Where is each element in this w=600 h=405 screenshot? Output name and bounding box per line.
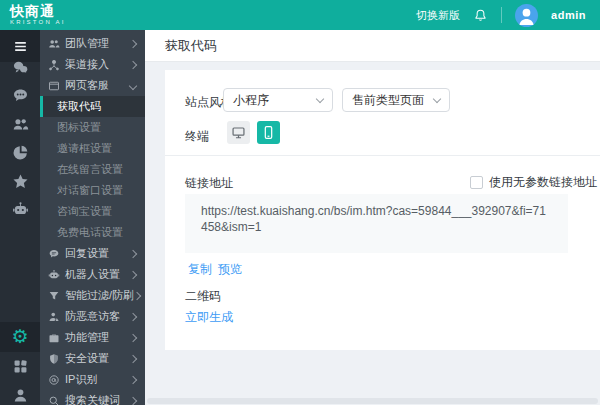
apps-icon — [12, 358, 29, 375]
terminal-mobile-button[interactable] — [257, 121, 280, 144]
monitor-icon — [231, 125, 246, 140]
sidebar-item-label: 网页客服 — [65, 78, 109, 93]
keyword-icon — [47, 394, 60, 405]
chat-icon — [12, 87, 29, 104]
iconbar-profile[interactable] — [0, 381, 40, 405]
sidebar-subitem[interactable]: 获取代码 — [40, 96, 145, 117]
sidebar-subitem-label: 图标设置 — [57, 120, 101, 135]
chevron-right-icon — [133, 291, 141, 299]
sidebar-item-label: 安全设置 — [65, 351, 109, 366]
generate-qrcode-link[interactable]: 立即生成 — [185, 309, 233, 326]
checkbox-box-icon[interactable] — [470, 176, 483, 189]
terminal-pc-button[interactable] — [227, 121, 250, 144]
sidebar-item[interactable]: 团队管理 — [40, 33, 145, 54]
iconbar-apps[interactable] — [0, 352, 40, 380]
sidebar-subitem-label: 邀请框设置 — [57, 141, 112, 156]
sidebar-menu: 团队管理渠道接入网页客服获取代码图标设置邀请框设置在线留言设置对话窗口设置咨询宝… — [40, 30, 145, 405]
filter-icon — [47, 289, 60, 302]
iconbar-contacts[interactable] — [0, 110, 40, 138]
sidebar-subitem[interactable]: 咨询宝设置 — [40, 201, 145, 222]
sidebar-item-label: 团队管理 — [65, 36, 109, 51]
chevron-down-icon — [433, 95, 441, 103]
chevron-right-icon — [129, 375, 137, 383]
sidebar-subitem[interactable]: 图标设置 — [40, 117, 145, 138]
sidebar-subitem-label: 获取代码 — [57, 99, 101, 114]
sidebar-item[interactable]: 安全设置 — [40, 348, 145, 369]
site-style-select[interactable]: 小程序 — [223, 88, 333, 112]
iconbar-chat[interactable] — [0, 81, 40, 109]
chevron-right-icon — [129, 333, 137, 341]
iconbar-favorites[interactable] — [0, 167, 40, 195]
sidebar-subitem-label: 对话窗口设置 — [57, 183, 123, 198]
sidebar-item[interactable]: 网页客服 — [40, 75, 145, 96]
sidebar-item[interactable]: 搜索关键词 — [40, 390, 145, 405]
sidebar-item[interactable]: 功能管理 — [40, 327, 145, 348]
notification-bell-icon[interactable] — [473, 8, 488, 23]
sidebar-item[interactable]: IP识别 — [40, 369, 145, 390]
header-actions: 切换新版 admin — [416, 0, 586, 30]
site-style-value: 小程序 — [233, 92, 269, 109]
wechat-icon — [12, 59, 29, 76]
chevron-down-icon — [129, 81, 137, 89]
sidebar-subitem-label: 免费电话设置 — [57, 225, 123, 240]
robot-icon — [47, 268, 60, 281]
chevron-right-icon — [129, 39, 137, 47]
username-label[interactable]: admin — [551, 9, 586, 21]
iconbar-settings[interactable]: ⚙ — [0, 322, 40, 352]
sidebar-item[interactable]: 机器人设置 — [40, 264, 145, 285]
sidebar-item[interactable]: 智能过滤/防刷 — [40, 285, 145, 306]
chevron-right-icon — [129, 270, 137, 278]
sidebar-subitem[interactable]: 邀请框设置 — [40, 138, 145, 159]
sidebar-subitem-label: 在线留言设置 — [57, 162, 123, 177]
iconbar-stats[interactable] — [0, 138, 40, 166]
sidebar-item-label: 搜索关键词 — [65, 393, 120, 405]
horizontal-scrollbar[interactable] — [147, 398, 598, 404]
sidebar-item[interactable]: 回复设置 — [40, 243, 145, 264]
team-icon — [47, 37, 60, 50]
iconbar-wechat[interactable] — [0, 53, 40, 81]
no-param-checkbox[interactable]: 使用无参数链接地址 — [470, 174, 597, 191]
iconbar-robot[interactable] — [0, 195, 40, 223]
sidebar-item-label: 防恶意访客 — [65, 309, 120, 324]
robot-icon — [12, 201, 29, 218]
main-content: 获取代码 站点风格 小程序 售前类型页面 终端 — [145, 30, 600, 405]
sidebar-subitem-label: 咨询宝设置 — [57, 204, 112, 219]
page-type-select[interactable]: 售前类型页面 — [342, 88, 450, 112]
header-divider — [501, 7, 502, 23]
sidebar-item-label: 渠道接入 — [65, 57, 109, 72]
preview-link[interactable]: 预览 — [218, 261, 242, 278]
visitor-icon — [47, 310, 60, 323]
section-divider — [165, 155, 600, 156]
smartphone-icon — [261, 125, 276, 140]
reply-icon — [47, 247, 60, 260]
switch-version-link[interactable]: 切换新版 — [416, 8, 460, 23]
icon-rail: ⚙ — [0, 30, 40, 405]
profile-icon — [12, 387, 29, 404]
security-icon — [47, 352, 60, 365]
stats-icon — [12, 144, 29, 161]
sidebar-subitem[interactable]: 在线留言设置 — [40, 159, 145, 180]
checkbox-label: 使用无参数链接地址 — [489, 174, 597, 191]
sidebar-item[interactable]: 防恶意访客 — [40, 306, 145, 327]
page-type-value: 售前类型页面 — [352, 92, 424, 109]
page-title-bar: 获取代码 — [145, 30, 600, 62]
link-url-box: https://test.kuaishang.cn/bs/im.htm?cas=… — [185, 194, 568, 253]
brand-logo[interactable]: 快商通 KRISTON AI — [10, 4, 66, 26]
get-code-panel: 站点风格 小程序 售前类型页面 终端 — [165, 70, 600, 350]
link-address-label: 链接地址 — [185, 175, 233, 192]
user-avatar[interactable] — [515, 4, 538, 27]
chevron-right-icon — [129, 60, 137, 68]
brand-title: 快商通 — [10, 4, 66, 18]
favorites-icon — [12, 173, 29, 190]
copy-link[interactable]: 复制 — [188, 261, 212, 278]
webchat-icon — [47, 79, 60, 92]
contacts-icon — [12, 116, 29, 133]
sidebar-subitem[interactable]: 对话窗口设置 — [40, 180, 145, 201]
sidebar-subitem[interactable]: 免费电话设置 — [40, 222, 145, 243]
sidebar-item-label: 智能过滤/防刷 — [65, 288, 134, 303]
top-header: 快商通 KRISTON AI 切换新版 admin — [0, 0, 600, 30]
page-title: 获取代码 — [165, 37, 217, 55]
sidebar-item[interactable]: 渠道接入 — [40, 54, 145, 75]
chevron-right-icon — [129, 312, 137, 320]
app-window: 快商通 KRISTON AI 切换新版 admin ⚙ 团队管理渠道接入网页客服… — [0, 0, 600, 405]
